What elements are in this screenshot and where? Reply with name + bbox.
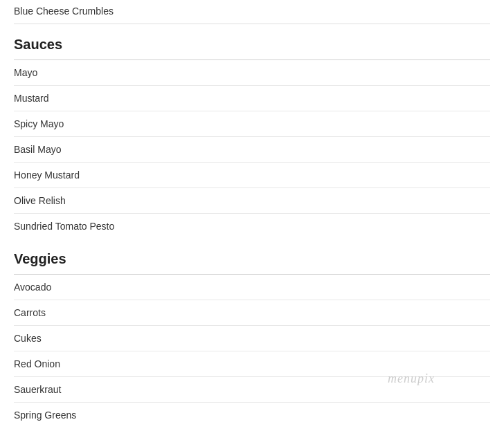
menu-item: Spicy Mayo bbox=[14, 111, 490, 137]
sections-container: SaucesMayoMustardSpicy MayoBasil MayoHon… bbox=[14, 37, 490, 422]
menu-item: Mayo bbox=[14, 60, 490, 86]
menu-item: Mustard bbox=[14, 86, 490, 111]
menu-item: Carrots bbox=[14, 300, 490, 326]
section-header-veggies: Veggies bbox=[14, 251, 490, 267]
menupix-watermark: menupix bbox=[388, 371, 435, 386]
menu-item: Honey Mustard bbox=[14, 163, 490, 188]
menu-item: Basil Mayo bbox=[14, 137, 490, 163]
top-menu-item: Blue Cheese Crumbles bbox=[14, 0, 490, 24]
menu-item: Sundried Tomato Pesto bbox=[14, 214, 490, 239]
menu-item: Cukes bbox=[14, 326, 490, 351]
section-header-sauces: Sauces bbox=[14, 37, 490, 53]
section-sauces: SaucesMayoMustardSpicy MayoBasil MayoHon… bbox=[14, 37, 490, 239]
menu-item: Avocado bbox=[14, 275, 490, 300]
section-veggies: VeggiesAvocadoCarrotsCukesRed OnionSauer… bbox=[14, 251, 490, 422]
menu-item: Olive Relish bbox=[14, 188, 490, 214]
menu-item: Spring Greens bbox=[14, 403, 490, 422]
